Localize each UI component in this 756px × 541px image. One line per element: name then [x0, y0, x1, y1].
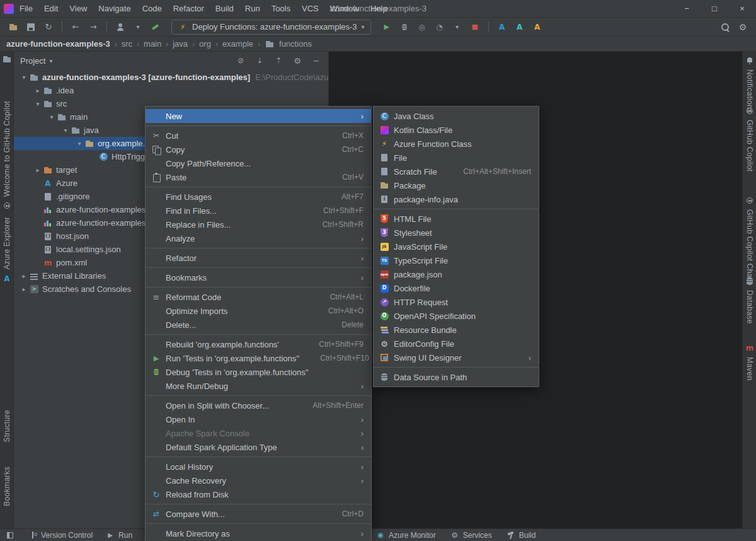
context-menu-item-bookmarks[interactable]: Bookmarks› [146, 270, 371, 284]
status-layout[interactable] [5, 530, 15, 540]
submenu-item-stylesheet[interactable]: 3Stylesheet [374, 226, 539, 240]
context-menu-item-replace-in-files[interactable]: Replace in Files...Ctrl+Shift+R [146, 218, 371, 231]
status-azure-monitor[interactable]: ◉Azure Monitor [375, 530, 436, 540]
context-menu-item-open-in-split-with-chooser[interactable]: Open in Split with Chooser...Alt+Shift+E… [146, 398, 371, 412]
submenu-item-typescript-file[interactable]: TSTypeScript File [374, 253, 539, 267]
breadcrumb-functions[interactable]: functions [279, 39, 312, 49]
tool-tab-structure[interactable]: Structure [0, 410, 14, 442]
context-menu-item-refactor[interactable]: Refactor› [146, 251, 371, 265]
back-button[interactable]: ← [67, 20, 84, 35]
menubar-window[interactable]: Window [324, 0, 365, 17]
submenu-item-scratch-file[interactable]: Scratch FileCtrl+Alt+Shift+Insert [374, 165, 539, 178]
submenu-item-java-class[interactable]: CJava Class [374, 109, 539, 123]
menubar-run[interactable]: Run [239, 0, 266, 17]
context-menu-item-cache-recovery[interactable]: Cache Recovery› [146, 474, 371, 487]
tool-tab-bookmarks[interactable]: Bookmarks [0, 467, 14, 506]
gear-button[interactable]: ⚙ [735, 20, 751, 35]
chevron-down-icon[interactable]: ▾ [33, 100, 43, 107]
bug-dim-button[interactable] [396, 20, 413, 35]
context-menu-item-delete[interactable]: Delete...Delete [146, 318, 371, 332]
user-button[interactable] [112, 20, 129, 35]
context-menu-item-local-history[interactable]: Local History› [146, 460, 371, 474]
maximize-button[interactable]: □ [701, 0, 728, 17]
context-menu-item-run-tests-in-org-example-functions[interactable]: ▶Run 'Tests in 'org.example.functions''C… [146, 351, 371, 365]
context-menu-item-compare-with[interactable]: ⇄Compare With...Ctrl+D [146, 507, 371, 521]
expand-all-button[interactable]: ⇣ [254, 55, 265, 66]
submenu-item-package-info-java[interactable]: ipackage-info.java [374, 192, 539, 206]
context-menu-item-copy-path-reference[interactable]: Copy Path/Reference... [146, 156, 371, 170]
minimize-button[interactable]: − [673, 0, 701, 17]
locate-button[interactable]: ⊘ [235, 55, 246, 66]
menubar-edit[interactable]: Edit [38, 0, 64, 17]
tree-item-azure-function-examples-3-azure-function-e[interactable]: ▾azure-function-examples-3 [azure-functi… [14, 71, 328, 84]
submenu-item-file[interactable]: File [374, 151, 539, 165]
breadcrumb-example[interactable]: example [222, 39, 253, 49]
tree-item-idea[interactable]: ▸.idea [14, 84, 328, 97]
submenu-item-html-file[interactable]: 5HTML File [374, 212, 539, 226]
azure-a-blue-button[interactable]: A [494, 20, 510, 35]
azure-a-orange-button[interactable]: A [529, 20, 546, 35]
caret-down-button[interactable]: ▾ [130, 20, 146, 35]
tool-tab-github-copilot[interactable]: GitHub Copilot [743, 106, 756, 172]
context-menu-item-mark-directory-as[interactable]: Mark Directory as› [146, 526, 371, 540]
profiler-button[interactable]: ◔ [432, 20, 448, 35]
breadcrumb-java[interactable]: java [173, 39, 188, 49]
chevron-down-icon[interactable]: ▾ [49, 57, 52, 64]
context-menu-item-debug-tests-in-org-example-functions[interactable]: Debug 'Tests in 'org.example.functions'' [146, 365, 371, 379]
menubar-vcs[interactable]: VCS [296, 0, 324, 17]
menubar-navigate[interactable]: Navigate [93, 0, 136, 17]
menubar-file[interactable]: File [14, 0, 38, 17]
tool-tab-notifications[interactable]: Notifications [743, 55, 756, 113]
breadcrumb-main[interactable]: main [144, 39, 161, 49]
status-run[interactable]: ▶Run [105, 530, 132, 540]
context-menu-item-analyze[interactable]: Analyze› [146, 231, 371, 245]
cleanup-button[interactable] [147, 20, 164, 35]
menubar-code[interactable]: Code [137, 0, 168, 17]
chevron-right-icon[interactable]: ▸ [33, 87, 43, 94]
save-button[interactable] [23, 20, 39, 35]
chevron-down-icon[interactable]: ▾ [19, 74, 29, 81]
context-menu-item-default-spark-application-type[interactable]: Default Spark Application Type› [146, 440, 371, 454]
tool-tab-maven[interactable]: mMaven [743, 343, 756, 381]
context-menu-item-cut[interactable]: ✂CutCtrl+X [146, 129, 371, 143]
breadcrumb-src[interactable]: src [122, 39, 132, 49]
submenu-item-kotlin-class-file[interactable]: Kotlin Class/File [374, 123, 539, 137]
tool-tab-project-tab[interactable] [0, 54, 14, 64]
chevron-down-icon[interactable]: ▾ [60, 127, 71, 134]
chevron-right-icon[interactable]: ▸ [19, 286, 29, 293]
submenu-item-editorconfig-file[interactable]: ⚙EditorConfig File [374, 337, 539, 351]
context-menu-item-rebuild-org-example-functions[interactable]: Rebuild 'org.example.functions'Ctrl+Shif… [146, 337, 371, 351]
caret-down-button[interactable]: ▾ [449, 20, 466, 35]
context-menu-item-reformat-code[interactable]: ≡Reformat CodeCtrl+Alt+L [146, 290, 371, 304]
submenu-item-openapi-specification[interactable]: OOpenAPI Specification [374, 309, 539, 323]
chevron-right-icon[interactable]: ▸ [19, 272, 29, 279]
forward-button[interactable]: → [85, 20, 101, 35]
play-button[interactable]: ▶ [379, 20, 395, 35]
project-panel-title[interactable]: Project [20, 56, 45, 66]
context-menu-item-apache-spark-console[interactable]: Apache Spark Console› [146, 426, 371, 440]
status-build[interactable]: Build [506, 530, 536, 540]
chevron-right-icon[interactable]: ▸ [33, 166, 43, 173]
menubar-refactor[interactable]: Refactor [168, 0, 210, 17]
collapse-all-button[interactable]: ⇡ [273, 55, 284, 66]
menubar-tools[interactable]: Tools [266, 0, 296, 17]
submenu-item-resource-bundle[interactable]: Resource Bundle [374, 323, 539, 337]
menubar-help[interactable]: Help [365, 0, 393, 17]
context-menu-item-reload-from-disk[interactable]: ↻Reload from Disk [146, 487, 371, 501]
settings-button[interactable]: ⚙ [292, 55, 303, 66]
submenu-item-http-request[interactable]: ↗HTTP Request [374, 295, 539, 309]
open-folder-button[interactable] [5, 20, 21, 35]
submenu-item-data-source-in-path[interactable]: Data Source in Path [374, 370, 539, 384]
breadcrumb-org[interactable]: org [199, 39, 211, 49]
tool-tab-welcome-to-github-copilot[interactable]: Welcome to GitHub Copilot [0, 101, 14, 211]
chevron-down-icon[interactable]: ▾ [74, 140, 84, 147]
chevron-down-icon[interactable]: ▾ [47, 113, 57, 120]
submenu-item-package[interactable]: Package [374, 178, 539, 192]
context-menu-item-more-run-debug[interactable]: More Run/Debug› [146, 379, 371, 393]
context-menu-item-find-usages[interactable]: Find UsagesAlt+F7 [146, 190, 371, 204]
azure-a-cyan-button[interactable]: A [512, 20, 528, 35]
breadcrumb-azure-function-examples-3[interactable]: azure-function-examples-3 [6, 39, 110, 49]
menubar-view[interactable]: View [64, 0, 93, 17]
stop-button[interactable]: ■ [467, 20, 483, 35]
run-configuration-select[interactable]: ⚡ Deploy Functions: azure-function-examp… [171, 20, 371, 35]
